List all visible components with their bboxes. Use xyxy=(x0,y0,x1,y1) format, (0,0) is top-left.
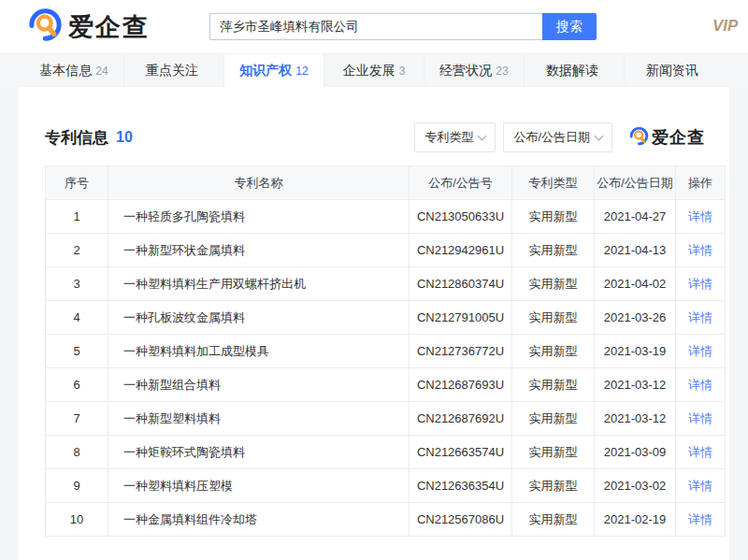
col-header-publication-no: 公布/公告号 xyxy=(410,166,512,200)
detail-link[interactable]: 详情 xyxy=(688,445,712,459)
patent-section-header: 专利信息 10 专利类型 公布/公告日期 爱企查 xyxy=(45,122,705,152)
patent-name: 一种塑料填料压塑模 xyxy=(108,469,410,503)
tab-enterprise-development[interactable]: 企业发展 3 xyxy=(324,54,424,87)
patent-name: 一种矩鞍环式陶瓷填料 xyxy=(108,436,410,469)
table-row: 2 一种新型环状金属填料 CN212942961U 实用新型 2021-04-1… xyxy=(46,234,726,267)
col-header-action: 操作 xyxy=(676,166,726,200)
patent-name: 一种塑料填料加工成型模具 xyxy=(108,335,410,368)
publication-date: 2021-03-12 xyxy=(595,368,676,402)
table-row: 1 一种轻质多孔陶瓷填料 CN213050633U 实用新型 2021-04-2… xyxy=(46,200,726,234)
publication-no: CN213050633U xyxy=(410,200,512,234)
tab-intellectual-property[interactable]: 知识产权 12 xyxy=(224,54,324,87)
company-tabbar: 基本信息 24 重点关注 知识产权 12 企业发展 3 经营状况 23 数据解读… xyxy=(0,53,748,87)
col-header-index: 序号 xyxy=(46,166,108,200)
table-row: 9 一种塑料填料压塑模 CN212636354U 实用新型 2021-03-02… xyxy=(46,469,726,503)
patent-type-filter[interactable]: 专利类型 xyxy=(414,122,496,152)
detail-link[interactable]: 详情 xyxy=(688,344,712,358)
publication-date: 2021-03-19 xyxy=(595,335,676,368)
section-title: 专利信息 xyxy=(45,127,108,149)
aiqicha-logo-text: 爱企查 xyxy=(68,10,150,44)
publication-no: CN212942961U xyxy=(410,234,512,267)
patent-type: 实用新型 xyxy=(512,436,595,469)
content-card: 专利信息 10 专利类型 公布/公告日期 爱企查 xyxy=(19,87,729,560)
table-row: 4 一种孔板波纹金属填料 CN212791005U 实用新型 2021-03-2… xyxy=(46,301,726,335)
detail-link[interactable]: 详情 xyxy=(688,411,712,425)
aiqicha-watermark: 爱企查 xyxy=(629,126,705,150)
publication-date: 2021-03-09 xyxy=(595,436,676,469)
patent-type: 实用新型 xyxy=(512,267,595,301)
publication-no: CN212567086U xyxy=(410,503,512,537)
search-input[interactable] xyxy=(209,13,542,40)
patent-type: 实用新型 xyxy=(512,402,595,436)
aiqicha-watermark-icon xyxy=(629,126,649,150)
publication-no: CN212687693U xyxy=(410,368,512,402)
publication-date: 2021-04-02 xyxy=(595,267,676,301)
col-header-publication-date: 公布/公告日期 xyxy=(595,166,676,200)
aiqicha-logo[interactable]: 爱企查 xyxy=(28,7,150,46)
chevron-down-icon xyxy=(478,131,487,140)
patent-name: 一种新型塑料填料 xyxy=(108,402,410,436)
publication-date: 2021-02-19 xyxy=(595,503,676,537)
detail-link[interactable]: 详情 xyxy=(688,512,712,526)
publication-no: CN212636354U xyxy=(410,469,512,503)
detail-link[interactable]: 详情 xyxy=(688,378,712,392)
tab-key-focus[interactable]: 重点关注 xyxy=(124,54,224,87)
patent-type: 实用新型 xyxy=(512,200,595,234)
detail-link[interactable]: 详情 xyxy=(688,479,712,493)
patent-name: 一种轻质多孔陶瓷填料 xyxy=(108,200,410,234)
patent-name: 一种孔板波纹金属填料 xyxy=(108,301,410,335)
publication-date: 2021-03-12 xyxy=(595,402,676,436)
patent-type: 实用新型 xyxy=(512,301,595,335)
patent-name: 一种金属填料组件冷却塔 xyxy=(108,503,410,537)
patent-type: 实用新型 xyxy=(512,503,595,537)
patent-type: 实用新型 xyxy=(512,335,595,368)
aiqicha-logo-icon xyxy=(28,7,63,46)
detail-link[interactable]: 详情 xyxy=(688,277,712,291)
patent-name: 一种新型组合填料 xyxy=(108,368,410,402)
patent-type: 实用新型 xyxy=(512,234,595,267)
tab-data-interpretation[interactable]: 数据解读 xyxy=(525,54,625,87)
patent-name: 一种塑料填料生产用双螺杆挤出机 xyxy=(108,267,410,301)
publication-date: 2021-03-26 xyxy=(595,301,676,335)
vip-badge[interactable]: VIP xyxy=(712,17,748,36)
patent-table: 序号 专利名称 公布/公告号 专利类型 公布/公告日期 操作 1 一种轻质多孔陶… xyxy=(45,165,726,537)
table-row: 8 一种矩鞍环式陶瓷填料 CN212663574U 实用新型 2021-03-0… xyxy=(46,436,726,469)
filter-group: 专利类型 公布/公告日期 爱企查 xyxy=(414,122,705,152)
table-row: 10 一种金属填料组件冷却塔 CN212567086U 实用新型 2021-02… xyxy=(46,503,726,537)
section-count: 10 xyxy=(116,129,133,146)
publication-no: CN212687692U xyxy=(410,402,512,436)
chevron-down-icon xyxy=(595,131,604,140)
detail-link[interactable]: 详情 xyxy=(688,310,712,324)
publication-no: CN212860374U xyxy=(410,267,512,301)
tab-business-status[interactable]: 经营状况 23 xyxy=(424,54,525,87)
tab-news[interactable]: 新闻资讯 xyxy=(625,54,724,87)
table-header-row: 序号 专利名称 公布/公告号 专利类型 公布/公告日期 操作 xyxy=(46,166,726,200)
col-header-patent-type: 专利类型 xyxy=(512,166,595,200)
search-button[interactable]: 搜索 xyxy=(542,13,597,40)
publication-no: CN212663574U xyxy=(410,436,512,469)
publication-date: 2021-04-13 xyxy=(595,234,676,267)
col-header-patent-name: 专利名称 xyxy=(108,166,410,200)
publication-date: 2021-04-27 xyxy=(595,200,676,234)
tab-basic-info[interactable]: 基本信息 24 xyxy=(24,54,124,87)
detail-link[interactable]: 详情 xyxy=(688,209,712,223)
table-row: 7 一种新型塑料填料 CN212687692U 实用新型 2021-03-12 … xyxy=(46,402,726,436)
patent-type: 实用新型 xyxy=(512,469,595,503)
table-row: 5 一种塑料填料加工成型模具 CN212736772U 实用新型 2021-03… xyxy=(46,335,726,368)
detail-link[interactable]: 详情 xyxy=(688,243,712,257)
table-row: 3 一种塑料填料生产用双螺杆挤出机 CN212860374U 实用新型 2021… xyxy=(46,267,726,301)
patent-type: 实用新型 xyxy=(512,368,595,402)
publication-date: 2021-03-02 xyxy=(595,469,676,503)
publication-no: CN212791005U xyxy=(410,301,512,335)
top-header: 爱企查 搜索 VIP xyxy=(0,0,748,53)
company-search: 搜索 xyxy=(209,13,597,40)
table-row: 6 一种新型组合填料 CN212687693U 实用新型 2021-03-12 … xyxy=(46,368,726,402)
publication-no: CN212736772U xyxy=(410,335,512,368)
aiqicha-watermark-text: 爱企查 xyxy=(652,126,705,149)
patent-name: 一种新型环状金属填料 xyxy=(108,234,410,267)
publication-date-filter[interactable]: 公布/公告日期 xyxy=(503,122,612,152)
